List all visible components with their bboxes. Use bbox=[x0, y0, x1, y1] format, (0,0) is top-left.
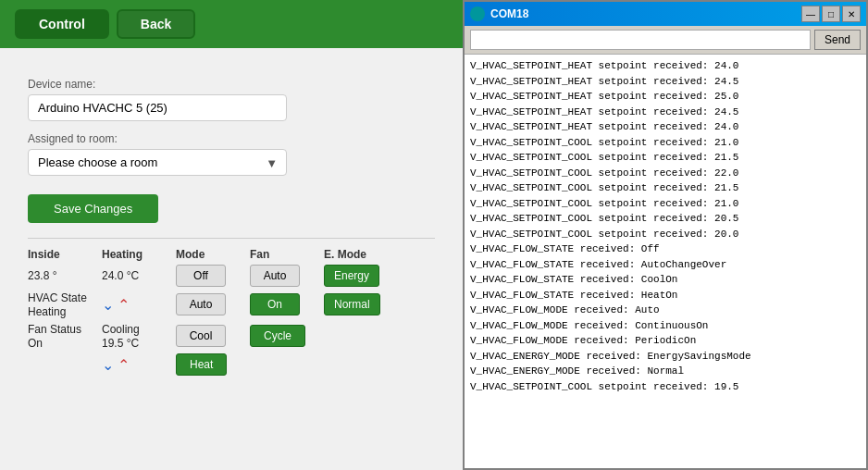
send-button[interactable]: Send bbox=[814, 30, 861, 50]
emode-energy-button[interactable]: Energy bbox=[324, 265, 379, 287]
serial-line: V_HVAC_ENERGY_MODE received: Normal bbox=[470, 364, 861, 379]
serial-line: V_HVAC_SETPOINT_HEAT setpoint received: … bbox=[470, 58, 861, 74]
fan-auto-button[interactable]: Auto bbox=[250, 265, 300, 287]
close-button[interactable]: ✕ bbox=[842, 6, 861, 22]
back-button[interactable]: Back bbox=[117, 9, 195, 39]
cooling-down-button[interactable]: ⌄ bbox=[102, 358, 114, 373]
fan-status-value: On bbox=[28, 337, 43, 350]
col-header-fan: Fan bbox=[250, 248, 324, 261]
room-dropdown-wrapper: Please choose a room ▼ bbox=[28, 149, 287, 176]
serial-line: V_HVAC_SETPOINT_COOL setpoint received: … bbox=[470, 227, 861, 242]
serial-line: V_HVAC_FLOW_STATE received: CoolOn bbox=[470, 272, 861, 288]
serial-line: V_HVAC_FLOW_STATE received: Off bbox=[470, 241, 861, 257]
serial-line: V_HVAC_SETPOINT_COOL setpoint received: … bbox=[470, 166, 861, 181]
serial-line: V_HVAC_SETPOINT_HEAT setpoint received: … bbox=[470, 89, 861, 105]
fan-cycle-button[interactable]: Cycle bbox=[250, 325, 305, 347]
device-name-label: Device name: bbox=[28, 78, 435, 91]
col-header-heating: Heating bbox=[102, 248, 176, 261]
cooling-up-button[interactable]: ⌃ bbox=[118, 358, 130, 373]
serial-line: V_HVAC_SETPOINT_COOL setpoint received: … bbox=[470, 211, 861, 227]
room-dropdown[interactable]: Please choose a room bbox=[28, 149, 287, 176]
col-header-inside: Inside bbox=[28, 248, 102, 261]
serial-line: V_HVAC_SETPOINT_COOL setpoint received: … bbox=[470, 180, 861, 196]
serial-line: V_HVAC_FLOW_MODE received: ContinuousOn bbox=[470, 318, 861, 334]
cooling-stepper: ⌄ ⌃ bbox=[102, 358, 176, 373]
serial-line: V_HVAC_SETPOINT_COOL setpoint received: … bbox=[470, 196, 861, 212]
content-area: Device name: Assigned to room: Please ch… bbox=[0, 48, 463, 470]
grid-row-3: Fan Status On Cooling 19.5 °C Cool Cycle bbox=[28, 322, 435, 350]
serial-input[interactable] bbox=[470, 30, 811, 50]
grid-row-1: 23.8 ° 24.0 °C Off Auto Energy bbox=[28, 265, 435, 287]
emode-normal-button[interactable]: Normal bbox=[324, 293, 380, 315]
grid-headers: Inside Heating Mode Fan E. Mode bbox=[28, 248, 435, 261]
serial-toolbar: Send bbox=[465, 26, 866, 55]
serial-line: V_HVAC_SETPOINT_COOL setpoint received: … bbox=[470, 150, 861, 166]
hvac-state-label: HVAC State bbox=[28, 291, 87, 304]
mode-auto-button[interactable]: Auto bbox=[176, 293, 226, 315]
mode-heat-button[interactable]: Heat bbox=[176, 353, 227, 376]
grid-row-2: HVAC State Heating ⌄ ⌃ Auto On Normal bbox=[28, 291, 435, 318]
serial-line: V_HVAC_SETPOINT_COOL setpoint received: … bbox=[470, 135, 861, 151]
mode-off-button[interactable]: Off bbox=[176, 265, 226, 287]
window-controls: — □ ✕ bbox=[801, 6, 861, 22]
serial-line: V_HVAC_FLOW_MODE received: PeriodicOn bbox=[470, 333, 861, 349]
heating-up-button[interactable]: ⌃ bbox=[118, 298, 130, 313]
serial-monitor-panel: COM18 — □ ✕ Send V_HVAC_SETPOINT_HEAT se… bbox=[463, 0, 868, 470]
cooling-temp: 19.5 °C bbox=[102, 337, 139, 350]
minimize-button[interactable]: — bbox=[801, 6, 820, 22]
window-title: COM18 bbox=[490, 7, 528, 20]
serial-line: V_HVAC_ENERGY_MODE received: EnergySavin… bbox=[470, 349, 861, 365]
hvac-state-value: Heating bbox=[28, 305, 66, 318]
status-grid: Inside Heating Mode Fan E. Mode 23.8 ° 2… bbox=[28, 238, 435, 376]
col-header-mode: Mode bbox=[176, 248, 250, 261]
cooling-label: Cooling bbox=[102, 323, 140, 336]
window-titlebar: COM18 — □ ✕ bbox=[465, 2, 866, 26]
serial-line: V_HVAC_FLOW_MODE received: Auto bbox=[470, 303, 861, 318]
arduino-icon bbox=[470, 6, 485, 21]
heating-temp: 24.0 °C bbox=[102, 269, 176, 282]
save-changes-button[interactable]: Save Changes bbox=[28, 194, 158, 223]
mode-cool-button[interactable]: Cool bbox=[176, 325, 226, 347]
serial-line: V_HVAC_FLOW_STATE received: HeatOn bbox=[470, 288, 861, 303]
left-panel: Control Back Device name: Assigned to ro… bbox=[0, 0, 463, 470]
room-label: Assigned to room: bbox=[28, 132, 435, 145]
grid-row-4: ⌄ ⌃ Heat bbox=[28, 353, 435, 376]
fan-status-label: Fan Status bbox=[28, 323, 81, 336]
serial-line: V_HVAC_FLOW_STATE received: AutoChangeOv… bbox=[470, 257, 861, 273]
serial-line: V_HVAC_SETPOINT_HEAT setpoint received: … bbox=[470, 119, 861, 135]
col-header-emode: E. Mode bbox=[324, 248, 398, 261]
serial-line: V_HVAC_SETPOINT_HEAT setpoint received: … bbox=[470, 105, 861, 120]
serial-line: V_HVAC_SETPOINT_HEAT setpoint received: … bbox=[470, 74, 861, 90]
inside-temp: 23.8 ° bbox=[28, 269, 102, 282]
device-name-input[interactable] bbox=[28, 94, 287, 121]
header-bar: Control Back bbox=[0, 0, 463, 48]
fan-on-button[interactable]: On bbox=[250, 293, 300, 315]
heating-stepper: ⌄ ⌃ bbox=[102, 298, 176, 313]
control-button[interactable]: Control bbox=[15, 9, 109, 39]
titlebar-left: COM18 bbox=[470, 6, 528, 21]
heating-down-button[interactable]: ⌄ bbox=[102, 298, 114, 313]
serial-output: V_HVAC_SETPOINT_HEAT setpoint received: … bbox=[465, 55, 866, 468]
maximize-button[interactable]: □ bbox=[822, 6, 840, 22]
serial-line: V_HVAC_SETPOINT_COOL setpoint received: … bbox=[470, 379, 861, 395]
